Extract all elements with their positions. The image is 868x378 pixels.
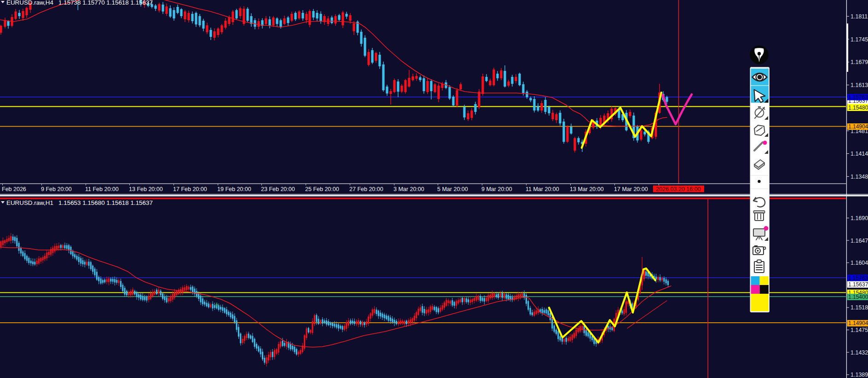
svg-text:13 Mar 20:00: 13 Mar 20:00 xyxy=(570,186,604,192)
svg-text:1.1348: 1.1348 xyxy=(851,174,868,180)
svg-text:1.15637: 1.15637 xyxy=(848,281,868,288)
svg-text:1.1613: 1.1613 xyxy=(851,82,868,88)
svg-text:17 Mar 20:00: 17 Mar 20:00 xyxy=(614,186,648,192)
svg-text:3 Mar 20:00: 3 Mar 20:00 xyxy=(393,186,424,192)
svg-text:1.1414: 1.1414 xyxy=(851,151,868,157)
svg-text:1.15480: 1.15480 xyxy=(848,105,868,111)
svg-text:1.1518: 1.1518 xyxy=(851,304,868,311)
svg-text:EURUSD.raw,H1 1.15653 1.1568: EURUSD.raw,H1 1.15653 1.15680 1.15618 1.… xyxy=(6,199,153,206)
svg-text:1.1604: 1.1604 xyxy=(851,260,868,266)
svg-text:1.1432: 1.1432 xyxy=(851,349,868,356)
svg-text:2026.03.20 16:00: 2026.03.20 16:00 xyxy=(656,186,700,192)
svg-text:17 Feb 20:00: 17 Feb 20:00 xyxy=(173,186,207,192)
svg-text:11 Feb 20:00: 11 Feb 20:00 xyxy=(85,186,119,192)
svg-text:1.1745: 1.1745 xyxy=(851,36,868,43)
svg-text:1.1679: 1.1679 xyxy=(851,59,868,65)
svg-text:9 Feb 20:00: 9 Feb 20:00 xyxy=(41,186,72,192)
svg-text:27 Feb 20:00: 27 Feb 20:00 xyxy=(349,186,383,192)
svg-text:1.15763: 1.15763 xyxy=(848,94,868,100)
svg-text:13 Feb 20:00: 13 Feb 20:00 xyxy=(129,186,163,192)
svg-text:1.1690: 1.1690 xyxy=(851,215,868,221)
svg-text:1.14904: 1.14904 xyxy=(848,123,868,130)
svg-text:1.1389: 1.1389 xyxy=(851,372,868,378)
svg-text:1.15763: 1.15763 xyxy=(848,275,868,281)
svg-text:9 Mar 20:00: 9 Mar 20:00 xyxy=(481,186,512,192)
svg-text:23 Feb 20:00: 23 Feb 20:00 xyxy=(261,186,295,192)
svg-text:Feb 2026: Feb 2026 xyxy=(2,186,26,192)
svg-text:1.15400: 1.15400 xyxy=(848,294,868,300)
svg-text:19 Feb 20:00: 19 Feb 20:00 xyxy=(217,186,251,192)
svg-text:5 Mar 20:00: 5 Mar 20:00 xyxy=(437,186,468,192)
svg-text:11 Mar 20:00: 11 Mar 20:00 xyxy=(526,186,559,192)
svg-text:1.14904: 1.14904 xyxy=(848,320,868,326)
svg-text:1.1647: 1.1647 xyxy=(851,238,868,244)
svg-text:1.1475: 1.1475 xyxy=(851,327,868,333)
svg-text:EURUSD.raw,H4 1.15738 1.1577: EURUSD.raw,H4 1.15738 1.15770 1.15618 1.… xyxy=(6,0,153,6)
svg-text:1.1811: 1.1811 xyxy=(851,13,868,20)
svg-text:25 Feb 20:00: 25 Feb 20:00 xyxy=(305,186,339,192)
